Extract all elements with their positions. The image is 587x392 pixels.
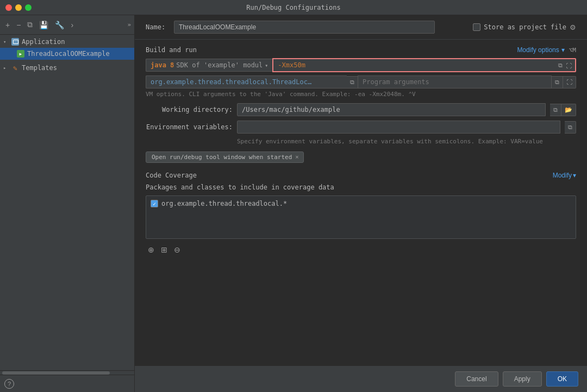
sidebar: + − ⧉ 💾 🔧 › » ▾ Application (0, 15, 135, 392)
sdk-chevron-icon: ▾ (265, 62, 268, 68)
vm-copy-button[interactable]: ⧉ (557, 61, 564, 69)
prog-args-actions: ⧉ ⛶ (552, 76, 576, 88)
help-button[interactable]: ? (4, 379, 14, 389)
working-dir-input[interactable] (237, 103, 546, 116)
application-arrow: ▾ (3, 39, 9, 45)
coverage-description: Packages and classes to include in cover… (146, 184, 576, 191)
add-config-button[interactable]: + (3, 20, 12, 30)
name-input[interactable] (174, 21, 435, 34)
code-coverage-header: Code Coverage Modify ▾ (146, 172, 576, 179)
coverage-list: org.example.thread.threadlocal.* (146, 195, 576, 239)
java-version: java 8 (151, 61, 174, 69)
coverage-remove-button[interactable]: ⊖ (172, 244, 183, 255)
working-dir-browse-button[interactable]: 📂 (561, 104, 576, 116)
main-layout: + − ⧉ 💾 🔧 › » ▾ Application (0, 15, 587, 392)
title-bar: Run/Debug Configurations (0, 0, 587, 15)
remove-config-button[interactable]: − (14, 20, 23, 30)
store-project-row: Store as project file ⚙ (473, 23, 576, 31)
ok-button[interactable]: OK (546, 371, 578, 387)
shortcut-badge: ⌥M (569, 47, 576, 54)
coverage-add-template-button[interactable]: ⊞ (159, 244, 170, 255)
coverage-item-label: org.example.thread.threadlocal.* (161, 200, 287, 207)
vm-expand-button[interactable]: ⛶ (565, 61, 573, 69)
templates-icon: ✎ (11, 64, 20, 72)
close-button[interactable] (5, 4, 12, 11)
sidebar-bottom: ? (0, 375, 134, 392)
tag-chip-label: Open run/debug tool window when started (152, 154, 292, 161)
modify-options-row: Modify options ▾ ⌥M (517, 46, 576, 54)
coverage-modify-label: Modify (553, 172, 572, 179)
store-gear-button[interactable]: ⚙ (570, 23, 576, 31)
apply-button[interactable]: Apply (503, 371, 542, 387)
sidebar-content: ▾ Application ThreadLocalOOMExample ▸ (0, 35, 134, 370)
maximize-button[interactable] (25, 4, 32, 11)
working-dir-actions: ⧉ 📂 (550, 104, 576, 116)
tag-chip-close-button[interactable]: × (295, 154, 298, 160)
java-sdk-select[interactable]: java 8 SDK of 'example' modul ▾ (146, 59, 272, 72)
name-row: Name: Store as project file ⚙ (135, 15, 587, 40)
modify-options-label: Modify options (517, 46, 559, 54)
env-vars-label: Environment variables: (146, 123, 233, 131)
run-config-icon (16, 49, 25, 58)
env-vars-hint: Specify environment variables, separate … (237, 138, 576, 145)
coverage-modify-button[interactable]: Modify ▾ (553, 172, 576, 179)
coverage-title: Code Coverage (146, 172, 197, 179)
expand-arrow-button[interactable]: › (68, 20, 76, 30)
sidebar-item-thread-local[interactable]: ThreadLocalOOMExample (0, 48, 134, 60)
sidebar-toolbar: + − ⧉ 💾 🔧 › » (0, 15, 134, 35)
tag-chip-row: Open run/debug tool window when started … (146, 151, 576, 172)
section-body: Build and run Modify options ▾ ⌥M java 8… (135, 40, 587, 365)
subitem-label: ThreadLocalOOMExample (27, 50, 130, 58)
coverage-item: org.example.thread.threadlocal.* (148, 198, 573, 209)
templates-group: ▸ ✎ Templates (0, 61, 134, 75)
bottom-bar: Cancel Apply OK (135, 365, 587, 392)
sidebar-item-templates[interactable]: ▸ ✎ Templates (0, 62, 134, 74)
env-vars-input[interactable] (237, 121, 560, 134)
open-tool-window-chip: Open run/debug tool window when started … (146, 151, 304, 163)
env-vars-actions: ⧉ (565, 121, 576, 134)
build-run-title: Build and run (146, 46, 197, 54)
working-directory-row: Working directory: ⧉ 📂 (146, 103, 576, 116)
application-label: Application (22, 38, 130, 46)
sidebar-item-application[interactable]: ▾ Application (0, 36, 134, 48)
class-name-input[interactable] (146, 75, 347, 88)
copy-config-button[interactable]: ⧉ (25, 19, 35, 30)
prog-args-expand-button[interactable]: ⛶ (563, 76, 576, 88)
sidebar-scrollbar[interactable] (0, 370, 134, 375)
env-vars-row: Environment variables: ⧉ (146, 121, 576, 134)
window-title: Run/Debug Configurations (246, 4, 340, 11)
vm-hint-text: VM options. CLI arguments to the 'Java' … (146, 91, 576, 98)
coverage-add-button[interactable]: ⊕ (146, 244, 157, 255)
env-vars-expand-button[interactable]: ⧉ (565, 121, 576, 134)
vm-options-container: ⧉ ⛶ (272, 58, 576, 72)
content-area: Name: Store as project file ⚙ Build and … (135, 15, 587, 392)
coverage-modify-chevron: ▾ (573, 172, 576, 179)
vm-options-row: java 8 SDK of 'example' modul ▾ ⧉ ⛶ (146, 58, 576, 72)
more-indicator: » (127, 21, 131, 28)
window-controls[interactable] (5, 4, 32, 11)
vm-input-actions: ⧉ ⛶ (557, 61, 573, 69)
modify-options-button[interactable]: Modify options ▾ (517, 46, 564, 54)
store-project-label: Store as project file (484, 23, 566, 31)
coverage-actions: ⊕ ⊞ ⊖ (146, 243, 576, 256)
class-row: ⧉ ⧉ ⛶ (146, 75, 576, 88)
vm-options-input[interactable] (273, 59, 575, 71)
class-browse-button[interactable]: ⧉ (347, 76, 358, 88)
sdk-description: SDK of 'example' modul (176, 61, 263, 69)
save-config-button[interactable]: 💾 (37, 20, 51, 30)
chevron-down-icon: ▾ (561, 46, 565, 54)
templates-label: Templates (22, 64, 130, 72)
application-icon (11, 37, 20, 46)
minimize-button[interactable] (15, 4, 22, 11)
coverage-item-checkbox[interactable] (151, 200, 158, 207)
name-label: Name: (146, 23, 167, 31)
wrench-button[interactable]: 🔧 (53, 20, 66, 30)
working-dir-label: Working directory: (146, 106, 233, 113)
store-project-checkbox[interactable] (473, 23, 480, 31)
prog-args-copy-button[interactable]: ⧉ (552, 76, 563, 88)
application-group: ▾ Application ThreadLocalOOMExample (0, 35, 134, 61)
working-dir-copy-button[interactable]: ⧉ (550, 104, 561, 116)
program-args-input[interactable] (358, 75, 552, 88)
build-run-header: Build and run Modify options ▾ ⌥M (146, 40, 576, 58)
cancel-button[interactable]: Cancel (455, 371, 498, 387)
